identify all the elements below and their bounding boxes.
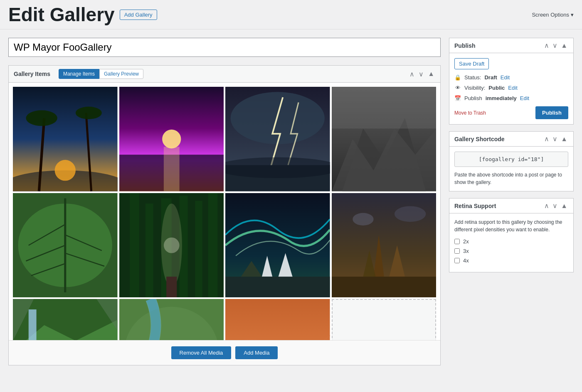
shortcode-box-title: Gallery Shortcode — [454, 136, 505, 142]
publish-time-label: Publish — [464, 95, 482, 101]
list-item[interactable] — [225, 87, 330, 191]
add-gallery-button[interactable]: Add Gallery — [120, 10, 157, 20]
shortcode-toggle[interactable]: ▲ — [560, 135, 568, 143]
retina-box-controls: ∧ ∨ ▲ — [543, 202, 568, 210]
publish-collapse-down[interactable]: ∨ — [552, 42, 558, 49]
list-item[interactable] — [119, 87, 224, 191]
publish-button[interactable]: Publish — [535, 106, 568, 119]
publish-box-controls: ∧ ∨ ▲ — [543, 42, 568, 49]
publish-collapse-up[interactable]: ∧ — [543, 42, 550, 49]
gallery-grid: + — [13, 87, 436, 340]
shortcode-text[interactable]: [foogallery id="18"] — [454, 152, 568, 167]
retina-3x-row: 3x — [454, 248, 568, 254]
list-item[interactable] — [225, 299, 330, 340]
sidebar: Publish ∧ ∨ ▲ Save Draft 🔒 Status: Draft… — [449, 38, 574, 272]
publish-box: Publish ∧ ∨ ▲ Save Draft 🔒 Status: Draft… — [449, 38, 574, 125]
publish-time-edit-link[interactable]: Edit — [520, 95, 529, 101]
svg-point-49 — [394, 206, 425, 222]
status-label: Status: — [464, 74, 481, 81]
retina-box-body: Add retina support to this gallery by ch… — [449, 213, 573, 272]
svg-point-6 — [55, 160, 76, 181]
retina-collapse-down[interactable]: ∨ — [552, 202, 558, 210]
retina-box: Retina Support ∧ ∨ ▲ Add retina support … — [449, 198, 574, 272]
shortcode-hint: Paste the above shortcode into a post or… — [454, 171, 568, 186]
retina-4x-checkbox[interactable] — [454, 258, 460, 263]
svg-rect-18 — [332, 87, 436, 129]
tab-manage-items[interactable]: Manage Items — [59, 69, 99, 79]
visibility-icon: 👁 — [454, 85, 461, 91]
retina-collapse-up[interactable]: ∧ — [543, 202, 550, 210]
svg-rect-53 — [29, 309, 37, 340]
retina-2x-label: 2x — [463, 238, 469, 245]
visibility-row: 👁 Visibility: Public Edit — [454, 85, 568, 91]
add-media-button[interactable]: Add Media — [235, 346, 278, 359]
status-edit-link[interactable]: Edit — [501, 74, 510, 81]
collapse-down-button[interactable]: ∨ — [418, 70, 424, 78]
svg-point-36 — [163, 237, 179, 253]
publish-time-row: 📅 Publish immediately Edit — [454, 95, 568, 101]
svg-rect-60 — [225, 299, 330, 340]
visibility-value: Public — [488, 85, 505, 91]
publish-action-row: Move to Trash Publish — [454, 106, 568, 119]
svg-rect-47 — [332, 277, 436, 297]
retina-4x-row: 4x — [454, 257, 568, 264]
list-item[interactable] — [119, 299, 224, 340]
svg-rect-41 — [225, 277, 330, 297]
shortcode-box-header: Gallery Shortcode ∧ ∨ ▲ — [449, 132, 573, 147]
list-item[interactable] — [332, 193, 436, 298]
list-item[interactable] — [332, 87, 436, 191]
retina-hint: Add retina support to this gallery by ch… — [454, 218, 568, 233]
move-to-trash-link[interactable]: Move to Trash — [454, 110, 486, 116]
svg-point-5 — [76, 107, 102, 119]
list-item[interactable] — [13, 87, 118, 191]
retina-box-title: Retina Support — [454, 203, 496, 209]
shortcode-collapse-up[interactable]: ∧ — [543, 135, 550, 143]
svg-point-9 — [162, 130, 181, 148]
shortcode-box: Gallery Shortcode ∧ ∨ ▲ [foogallery id="… — [449, 131, 574, 191]
publish-box-body: Save Draft 🔒 Status: Draft Edit 👁 Visibi… — [449, 53, 573, 124]
svg-rect-10 — [163, 147, 179, 191]
list-item[interactable] — [119, 193, 224, 298]
retina-toggle[interactable]: ▲ — [560, 202, 568, 210]
remove-all-media-button[interactable]: Remove All Media — [171, 346, 232, 359]
chevron-down-icon: ▾ — [571, 12, 574, 18]
retina-3x-checkbox[interactable] — [454, 248, 460, 254]
visibility-edit-link[interactable]: Edit — [508, 85, 517, 91]
retina-2x-checkbox[interactable] — [454, 239, 460, 244]
page-title-area: Edit Gallery Add Gallery — [8, 3, 157, 26]
retina-box-header: Retina Support ∧ ∨ ▲ — [449, 198, 573, 213]
calendar-icon: 📅 — [454, 95, 461, 101]
collapse-up-button[interactable]: ∧ — [409, 70, 415, 78]
page-title: Edit Gallery — [8, 3, 115, 26]
header-controls: ∧ ∨ ▲ — [409, 70, 435, 78]
retina-4x-label: 4x — [463, 257, 469, 264]
publish-box-header: Publish ∧ ∨ ▲ — [449, 38, 573, 53]
add-item-placeholder[interactable]: + — [332, 299, 436, 340]
toggle-button[interactable]: ▲ — [427, 70, 435, 78]
tab-gallery-preview[interactable]: Gallery Preview — [99, 69, 143, 79]
gallery-items-box: Gallery Items Manage Items Gallery Previ… — [8, 65, 441, 365]
publish-toggle[interactable]: ▲ — [560, 42, 568, 49]
save-draft-button[interactable]: Save Draft — [454, 58, 489, 69]
screen-options-button[interactable]: Screen Options ▾ — [532, 12, 574, 18]
gallery-title-input[interactable] — [8, 38, 441, 57]
gallery-grid-area: + — [9, 83, 440, 340]
tab-group: Manage Items Gallery Preview — [59, 69, 143, 79]
shortcode-collapse-down[interactable]: ∨ — [552, 135, 558, 143]
list-item[interactable] — [13, 299, 118, 340]
status-icon: 🔒 — [454, 74, 461, 81]
svg-point-14 — [225, 157, 330, 178]
gallery-items-title: Gallery Items — [14, 71, 50, 77]
visibility-label: Visibility: — [464, 85, 485, 91]
shortcode-box-controls: ∧ ∨ ▲ — [543, 135, 568, 143]
publish-box-title: Publish — [454, 42, 476, 49]
gallery-items-header: Gallery Items Manage Items Gallery Previ… — [9, 66, 440, 83]
list-item[interactable] — [13, 193, 118, 298]
svg-rect-37 — [166, 277, 177, 297]
status-row: 🔒 Status: Draft Edit — [454, 74, 568, 81]
retina-2x-row: 2x — [454, 238, 568, 245]
list-item[interactable] — [225, 193, 330, 298]
svg-point-3 — [26, 110, 57, 126]
svg-point-48 — [353, 213, 373, 225]
gallery-footer: Remove All Media Add Media — [9, 340, 440, 365]
